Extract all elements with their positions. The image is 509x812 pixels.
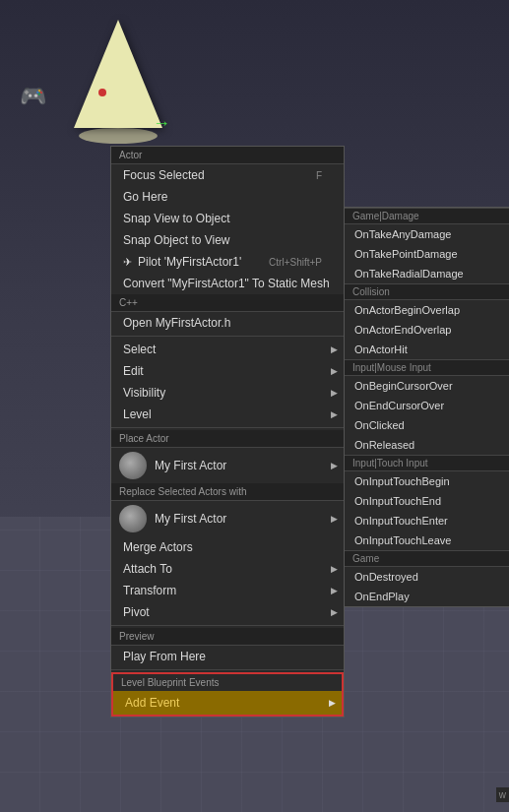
controller-icon: 🎮 [20, 84, 46, 109]
edit-label: Edit [123, 364, 144, 378]
focus-selected-shortcut: F [316, 170, 336, 181]
preview-header: Preview [111, 628, 344, 646]
pilot-shortcut: Ctrl+Shift+P [269, 257, 336, 268]
arrow-right: → [153, 113, 170, 134]
on-begin-cursor-over[interactable]: OnBeginCursorOver [345, 376, 509, 396]
on-actor-hit[interactable]: OnActorHit [345, 340, 509, 359]
on-input-touch-begin-label: OnInputTouchBegin [354, 475, 450, 487]
merge-actors-label: Merge Actors [123, 540, 193, 554]
go-here-label: Go Here [123, 190, 167, 204]
add-event-label: Add Event [125, 696, 179, 710]
cone-base [79, 128, 158, 144]
visibility-item[interactable]: Visibility [111, 382, 344, 404]
attach-to-item[interactable]: Attach To [111, 558, 344, 580]
merge-actors-item[interactable]: Merge Actors [111, 536, 344, 558]
level-item[interactable]: Level [111, 404, 344, 425]
on-take-point-damage[interactable]: OnTakePointDamage [345, 244, 509, 264]
replace-actor-item[interactable]: My First Actor [111, 501, 344, 536]
select-item[interactable]: Select [111, 339, 344, 360]
open-header-item[interactable]: Open MyFirstActor.h [111, 312, 344, 334]
add-event-item[interactable]: Add Event [113, 691, 342, 715]
replace-actors-header: Replace Selected Actors with [111, 483, 344, 501]
on-end-play[interactable]: OnEndPlay [345, 587, 509, 606]
cone-shape [74, 20, 162, 128]
focus-selected-label: Focus Selected [123, 168, 205, 182]
go-here-item[interactable]: Go Here [111, 186, 344, 208]
on-take-point-damage-label: OnTakePointDamage [354, 248, 458, 260]
on-destroyed[interactable]: OnDestroyed [345, 567, 509, 587]
snap-object-to-view-label: Snap Object to View [123, 233, 230, 247]
on-actor-end-overlap[interactable]: OnActorEndOverlap [345, 320, 509, 340]
play-from-here-item[interactable]: Play From Here [111, 646, 344, 667]
pivot-item[interactable]: Pivot [111, 601, 344, 623]
on-input-touch-begin[interactable]: OnInputTouchBegin [345, 471, 509, 491]
actor-section-header: Actor [111, 147, 344, 164]
pilot-actor-label: Pilot 'MyFirstActor1' [138, 255, 241, 269]
replace-actor-thumb [119, 505, 147, 532]
w-badge: w [496, 787, 509, 802]
on-input-touch-enter[interactable]: OnInputTouchEnter [345, 511, 509, 531]
attach-to-label: Attach To [123, 562, 172, 576]
on-released-label: OnReleased [354, 439, 414, 451]
edit-item[interactable]: Edit [111, 360, 344, 382]
divider-3 [111, 625, 344, 626]
on-end-cursor-over[interactable]: OnEndCursorOver [345, 396, 509, 415]
on-input-touch-end-label: OnInputTouchEnd [354, 495, 441, 507]
on-take-radial-damage-label: OnTakeRadialDamage [354, 268, 464, 280]
on-clicked[interactable]: OnClicked [345, 415, 509, 435]
replace-actor-name: My First Actor [155, 512, 226, 526]
on-actor-hit-label: OnActorHit [354, 344, 408, 355]
place-actor-thumb [119, 452, 147, 479]
on-take-any-damage-label: OnTakeAnyDamage [354, 228, 451, 240]
on-actor-begin-overlap-label: OnActorBeginOverlap [354, 304, 460, 316]
on-released[interactable]: OnReleased [345, 435, 509, 455]
on-input-touch-leave-label: OnInputTouchLeave [354, 534, 451, 546]
on-end-play-label: OnEndPlay [354, 591, 410, 602]
cone-actor [74, 20, 162, 144]
transform-item[interactable]: Transform [111, 580, 344, 601]
pilot-actor-item[interactable]: ✈ Pilot 'MyFirstActor1' Ctrl+Shift+P [111, 251, 344, 273]
pivot-label: Pivot [123, 605, 150, 619]
on-actor-end-overlap-label: OnActorEndOverlap [354, 324, 451, 336]
mouse-input-header: Input|Mouse Input [345, 359, 509, 376]
on-end-cursor-over-label: OnEndCursorOver [354, 400, 444, 411]
pilot-icon: ✈ [123, 256, 132, 269]
on-take-any-damage[interactable]: OnTakeAnyDamage [345, 224, 509, 244]
visibility-label: Visibility [123, 386, 165, 400]
snap-object-to-view-item[interactable]: Snap Object to View [111, 229, 344, 251]
game-header: Game [345, 550, 509, 567]
on-begin-cursor-over-label: OnBeginCursorOver [354, 380, 453, 392]
context-menu: Actor Focus Selected F Go Here Snap View… [110, 146, 345, 718]
on-input-touch-leave[interactable]: OnInputTouchLeave [345, 531, 509, 550]
on-input-touch-enter-label: OnInputTouchEnter [354, 515, 448, 527]
place-actor-name: My First Actor [155, 459, 226, 472]
game-damage-header: Game|Damage [345, 208, 509, 224]
level-blueprint-events-section: Level Blueprint Events Add Event [111, 672, 344, 717]
play-from-here-label: Play From Here [123, 650, 206, 663]
on-actor-begin-overlap[interactable]: OnActorBeginOverlap [345, 300, 509, 320]
lbe-header: Level Blueprint Events [113, 674, 342, 691]
on-take-radial-damage[interactable]: OnTakeRadialDamage [345, 264, 509, 283]
transform-label: Transform [123, 584, 176, 597]
place-actor-item[interactable]: My First Actor [111, 448, 344, 483]
on-clicked-label: OnClicked [354, 419, 405, 431]
divider-4 [111, 669, 344, 670]
on-input-touch-end[interactable]: OnInputTouchEnd [345, 491, 509, 511]
on-destroyed-label: OnDestroyed [354, 571, 418, 583]
level-label: Level [123, 407, 152, 421]
convert-static-mesh-item[interactable]: Convert "MyFirstActor1" To Static Mesh [111, 273, 344, 294]
place-actor-header: Place Actor [111, 430, 344, 448]
cpp-section-header: C++ [111, 294, 344, 312]
events-submenu: Game|Damage OnTakeAnyDamage OnTakePointD… [344, 207, 509, 607]
divider-1 [111, 336, 344, 337]
convert-static-mesh-label: Convert "MyFirstActor1" To Static Mesh [123, 277, 330, 290]
divider-2 [111, 427, 344, 428]
open-header-label: Open MyFirstActor.h [123, 316, 230, 330]
focus-selected-item[interactable]: Focus Selected F [111, 164, 344, 186]
snap-view-to-object-item[interactable]: Snap View to Object [111, 208, 344, 229]
snap-view-to-object-label: Snap View to Object [123, 212, 230, 225]
touch-input-header: Input|Touch Input [345, 455, 509, 471]
select-label: Select [123, 343, 156, 356]
red-dot [98, 89, 106, 96]
collision-header: Collision [345, 283, 509, 300]
